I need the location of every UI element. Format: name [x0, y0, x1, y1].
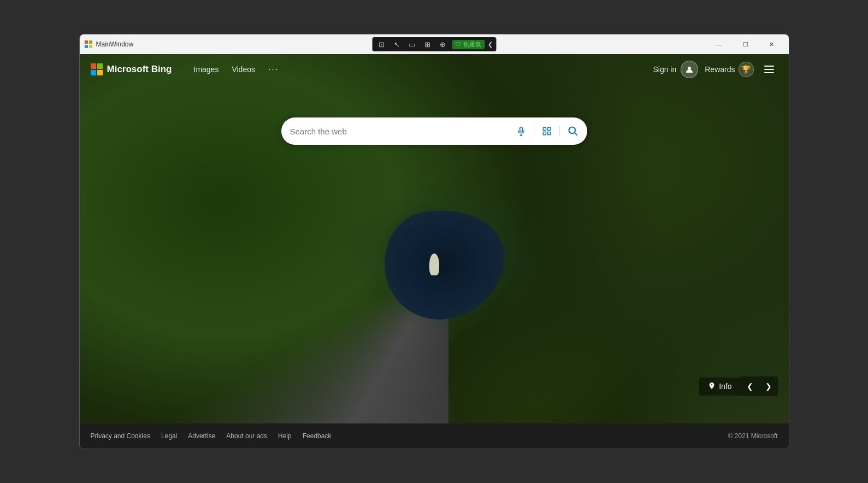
svg-line-13 [574, 133, 577, 136]
nav-images[interactable]: Images [194, 65, 219, 74]
window-controls: — ☐ ✕ [707, 37, 784, 52]
minimize-button[interactable]: — [707, 37, 732, 52]
close-button[interactable]: ✕ [759, 37, 784, 52]
svg-rect-8 [543, 127, 546, 130]
nav-links: Images Videos ··· [194, 64, 279, 74]
footer-links: Privacy and Cookies Legal Advertise Abou… [91, 432, 332, 440]
rewards-button[interactable]: Rewards 🏆 [705, 62, 753, 77]
microphone-button[interactable] [516, 126, 526, 136]
toolbar-chevron[interactable]: ❮ [488, 41, 493, 48]
logo-yellow [97, 70, 103, 75]
search-input[interactable] [290, 127, 516, 136]
screen-btn[interactable]: ▭ [406, 38, 418, 50]
nav-right: Sign in Rewards 🏆 [653, 61, 777, 78]
shield-icon: 🛡 [455, 41, 461, 48]
main-window: MainWindow ⊡ ↖ ▭ ⊞ ⊕ 🛡 热重载 ❮ — ☐ ✕ [79, 34, 789, 449]
svg-rect-2 [85, 45, 88, 48]
logo-red [91, 63, 96, 69]
window-icon [84, 40, 93, 49]
sign-in-label: Sign in [653, 65, 676, 74]
main-content: Microsoft Bing Images Videos ··· Sign in [80, 54, 789, 423]
window-title: MainWindow [96, 40, 134, 48]
cursor-btn[interactable]: ↖ [391, 38, 403, 50]
globe-btn[interactable]: ⊕ [436, 38, 448, 50]
svg-rect-5 [519, 127, 522, 132]
nav-videos[interactable]: Videos [232, 65, 255, 74]
footer: Privacy and Cookies Legal Advertise Abou… [80, 423, 789, 449]
logo-green [97, 63, 103, 69]
logo-blue [91, 70, 96, 75]
hamburger-line-1 [764, 66, 774, 67]
divider2 [559, 126, 560, 137]
nav-more-button[interactable]: ··· [268, 64, 279, 74]
divider [534, 126, 534, 137]
microsoft-logo [91, 63, 103, 75]
location-icon [708, 382, 716, 391]
logo[interactable]: Microsoft Bing [91, 63, 172, 75]
copyright: © 2021 Microsoft [728, 432, 778, 440]
svg-rect-9 [547, 127, 550, 130]
footer-privacy[interactable]: Privacy and Cookies [91, 432, 150, 440]
navbar: Microsoft Bing Images Videos ··· Sign in [80, 54, 789, 85]
hamburger-line-2 [764, 69, 774, 70]
hamburger-line-3 [764, 72, 774, 73]
svg-rect-10 [543, 132, 546, 135]
info-bar: Info ❮ ❯ [699, 376, 777, 396]
logo-text: Microsoft Bing [107, 64, 172, 75]
sign-in-button[interactable]: Sign in [653, 61, 698, 78]
rewards-icon: 🏆 [739, 62, 754, 77]
footer-legal[interactable]: Legal [161, 432, 177, 440]
rewards-label: Rewards [705, 65, 735, 74]
svg-rect-0 [85, 40, 88, 44]
background-image [80, 54, 789, 423]
svg-rect-11 [547, 132, 550, 135]
footer-advertise[interactable]: Advertise [188, 432, 215, 440]
info-button[interactable]: Info [699, 378, 740, 396]
boat [429, 254, 439, 275]
svg-point-12 [569, 127, 575, 134]
toolbar: ⊡ ↖ ▭ ⊞ ⊕ 🛡 热重载 ❮ [372, 37, 496, 51]
search-area [80, 117, 789, 145]
info-prev-button[interactable]: ❮ [741, 376, 759, 396]
svg-rect-1 [89, 40, 92, 44]
visual-search-button[interactable] [542, 126, 552, 136]
footer-help[interactable]: Help [278, 432, 292, 440]
avatar [681, 61, 698, 78]
footer-feedback[interactable]: Feedback [303, 432, 332, 440]
search-bar [281, 117, 587, 145]
maximize-button[interactable]: ☐ [733, 37, 758, 52]
search-button[interactable] [568, 126, 578, 137]
footer-about-ads[interactable]: About our ads [226, 432, 267, 440]
hamburger-menu[interactable] [760, 61, 778, 78]
reload-btn[interactable]: 🛡 热重载 [452, 40, 485, 49]
record-btn[interactable]: ⊞ [421, 38, 433, 50]
search-icons [516, 126, 578, 137]
info-label: Info [719, 382, 731, 391]
info-next-button[interactable]: ❯ [759, 376, 778, 396]
titlebar: MainWindow ⊡ ↖ ▭ ⊞ ⊕ 🛡 热重载 ❮ — ☐ ✕ [80, 34, 789, 54]
capture-btn[interactable]: ⊡ [375, 38, 387, 50]
svg-rect-3 [89, 45, 92, 48]
pond [376, 199, 513, 328]
